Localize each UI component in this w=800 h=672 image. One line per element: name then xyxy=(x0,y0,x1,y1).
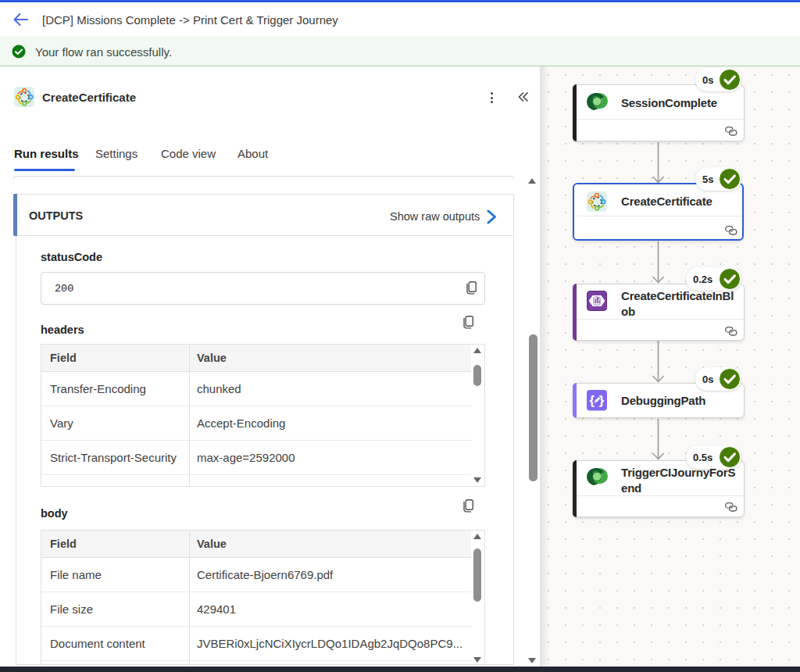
svg-text:{: { xyxy=(590,393,595,407)
svg-text:}: } xyxy=(599,393,605,407)
